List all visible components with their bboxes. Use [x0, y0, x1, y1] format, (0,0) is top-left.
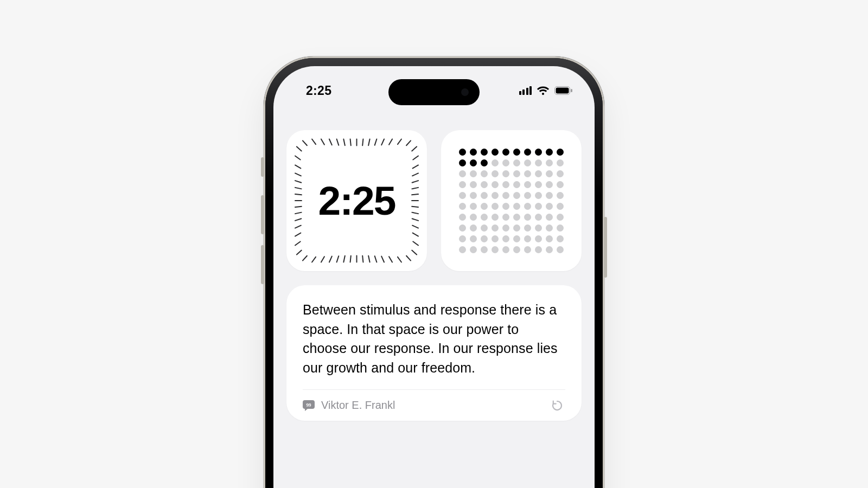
quote-widget[interactable]: Between stimulus and response there is a…	[286, 285, 582, 421]
volume-down-button[interactable]	[261, 245, 264, 284]
status-bar: 2:25	[273, 66, 595, 115]
progress-dot	[524, 149, 531, 156]
progress-dot	[535, 235, 542, 242]
svg-rect-2	[571, 89, 572, 92]
progress-dot	[481, 159, 488, 166]
progress-dot	[524, 181, 531, 188]
progress-dot	[513, 214, 520, 221]
progress-dot	[535, 159, 542, 166]
battery-icon	[554, 86, 573, 95]
progress-dot	[513, 192, 520, 199]
progress-dot	[546, 181, 553, 188]
progress-dot	[492, 170, 499, 177]
progress-dot	[459, 192, 466, 199]
progress-dot	[535, 149, 542, 156]
cellular-signal-icon	[519, 86, 532, 95]
progress-dot	[546, 192, 553, 199]
progress-dot	[557, 246, 564, 253]
progress-dot	[513, 235, 520, 242]
progress-dot	[502, 203, 509, 210]
progress-dot	[502, 214, 509, 221]
progress-dot	[492, 149, 499, 156]
progress-dot	[481, 149, 488, 156]
progress-dot	[481, 214, 488, 221]
progress-dot	[492, 192, 499, 199]
progress-dot	[470, 246, 477, 253]
progress-dot	[524, 203, 531, 210]
refresh-icon[interactable]	[551, 400, 563, 412]
power-button[interactable]	[604, 217, 607, 278]
progress-dot	[557, 224, 564, 232]
progress-dot	[557, 235, 564, 242]
progress-dot	[459, 149, 466, 156]
progress-dot	[535, 192, 542, 199]
progress-dot	[481, 170, 488, 177]
progress-dot	[524, 246, 531, 253]
phone-screen: 2:25	[273, 66, 595, 488]
progress-dot	[524, 224, 531, 232]
clock-widget[interactable]: 2:25	[286, 130, 427, 271]
progress-dot	[492, 246, 499, 253]
mute-switch[interactable]	[261, 157, 264, 177]
progress-dot	[524, 214, 531, 221]
progress-dot	[481, 246, 488, 253]
progress-dot	[502, 235, 509, 242]
progress-dot	[557, 214, 564, 221]
progress-dot	[459, 159, 466, 166]
progress-dot	[470, 192, 477, 199]
progress-dot	[502, 181, 509, 188]
progress-dot	[502, 170, 509, 177]
quote-author: Viktor E. Frankl	[321, 399, 545, 412]
progress-dot	[502, 192, 509, 199]
progress-dot	[513, 149, 520, 156]
home-screen: 2:25 Between stimulus and response there…	[273, 130, 595, 421]
progress-dot	[470, 159, 477, 166]
progress-dot	[513, 170, 520, 177]
quote-bubble-icon: 99	[303, 400, 315, 411]
progress-dot	[524, 235, 531, 242]
progress-dot	[513, 159, 520, 166]
progress-dot	[470, 224, 477, 232]
status-time: 2:25	[306, 84, 331, 98]
progress-dot	[546, 235, 553, 242]
progress-dot	[557, 149, 564, 156]
progress-dot	[524, 159, 531, 166]
progress-dot	[470, 170, 477, 177]
progress-dot	[459, 181, 466, 188]
dot-grid	[459, 149, 564, 253]
progress-dot	[470, 214, 477, 221]
progress-dot	[459, 235, 466, 242]
progress-dot	[459, 224, 466, 232]
progress-dot	[459, 214, 466, 221]
progress-dot	[470, 235, 477, 242]
progress-dot	[524, 192, 531, 199]
progress-dot	[513, 203, 520, 210]
progress-dot	[470, 203, 477, 210]
progress-dot	[481, 192, 488, 199]
progress-dot	[546, 159, 553, 166]
progress-dot	[557, 181, 564, 188]
progress-dot	[546, 170, 553, 177]
dot-grid-widget[interactable]	[441, 130, 582, 271]
progress-dot	[481, 181, 488, 188]
progress-dot	[524, 170, 531, 177]
progress-dot	[502, 246, 509, 253]
progress-dot	[492, 235, 499, 242]
progress-dot	[557, 192, 564, 199]
progress-dot	[459, 170, 466, 177]
svg-text:99: 99	[307, 402, 312, 408]
progress-dot	[513, 246, 520, 253]
progress-dot	[546, 224, 553, 232]
progress-dot	[557, 203, 564, 210]
progress-dot	[470, 181, 477, 188]
progress-dot	[492, 214, 499, 221]
clock-time: 2:25	[286, 130, 427, 271]
progress-dot	[546, 203, 553, 210]
progress-dot	[535, 214, 542, 221]
progress-dot	[459, 246, 466, 253]
progress-dot	[535, 170, 542, 177]
volume-up-button[interactable]	[261, 195, 264, 234]
progress-dot	[513, 181, 520, 188]
progress-dot	[502, 224, 509, 232]
progress-dot	[557, 159, 564, 166]
